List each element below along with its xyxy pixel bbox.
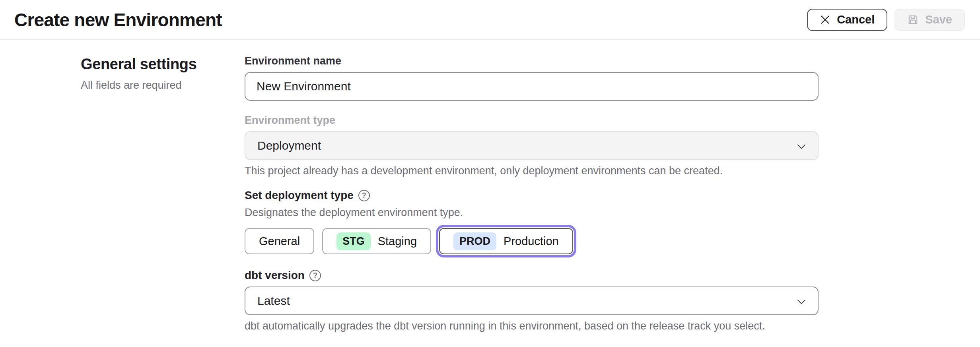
chevron-down-icon xyxy=(797,139,806,152)
section-subtitle: All fields are required xyxy=(81,79,245,92)
environment-form: Environment name Environment type Deploy… xyxy=(245,55,819,347)
section-intro: General settings All fields are required xyxy=(0,55,245,347)
deployment-type-option-production-label: Production xyxy=(504,235,559,248)
deployment-type-options: General STG Staging PROD Production xyxy=(245,225,819,257)
save-button[interactable]: Save xyxy=(894,9,965,31)
help-icon[interactable]: ? xyxy=(309,270,321,281)
field-environment-type: Environment type Deployment This project… xyxy=(245,114,819,177)
environment-type-label: Environment type xyxy=(245,114,819,127)
deployment-type-label: Set deployment type ? xyxy=(245,189,819,202)
dbt-version-helper: dbt automatically upgrades the dbt versi… xyxy=(245,320,819,332)
environment-type-value: Deployment xyxy=(257,139,321,152)
deployment-type-label-text: Set deployment type xyxy=(245,189,354,202)
field-environment-name: Environment name xyxy=(245,55,819,101)
deployment-type-helper: Designates the deployment environment ty… xyxy=(245,207,819,219)
environment-type-helper: This project already has a development e… xyxy=(245,165,819,177)
cancel-button[interactable]: Cancel xyxy=(807,9,887,31)
dbt-version-label-text: dbt version xyxy=(245,269,305,282)
field-dbt-version: dbt version ? Latest dbt automatically u… xyxy=(245,269,819,332)
deployment-type-option-production[interactable]: PROD Production xyxy=(439,228,573,254)
deployment-type-option-staging-label: Staging xyxy=(378,235,417,248)
save-button-label: Save xyxy=(925,13,952,26)
cancel-button-label: Cancel xyxy=(837,13,875,26)
deployment-type-option-general[interactable]: General xyxy=(245,228,314,254)
environment-type-select[interactable]: Deployment xyxy=(245,131,819,160)
deployment-type-option-staging[interactable]: STG Staging xyxy=(322,228,431,254)
dbt-version-value: Latest xyxy=(257,294,290,308)
production-badge: PROD xyxy=(453,232,496,250)
section-title: General settings xyxy=(81,56,245,73)
environment-name-input[interactable] xyxy=(245,72,819,101)
dbt-version-select[interactable]: Latest xyxy=(245,287,819,315)
dbt-version-label: dbt version ? xyxy=(245,269,819,282)
close-icon xyxy=(820,14,830,25)
environment-name-label: Environment name xyxy=(245,55,819,67)
deployment-type-option-general-label: General xyxy=(259,235,300,248)
staging-badge: STG xyxy=(336,232,371,250)
page-header: Create new Environment Cancel Save xyxy=(0,0,980,40)
field-deployment-type: Set deployment type ? Designates the dep… xyxy=(245,189,819,257)
help-icon[interactable]: ? xyxy=(358,190,370,201)
chevron-down-icon xyxy=(797,294,806,308)
main-content: General settings All fields are required… xyxy=(0,40,980,347)
save-icon xyxy=(907,14,919,25)
page-title: Create new Environment xyxy=(14,9,222,31)
header-actions: Cancel Save xyxy=(807,9,965,31)
